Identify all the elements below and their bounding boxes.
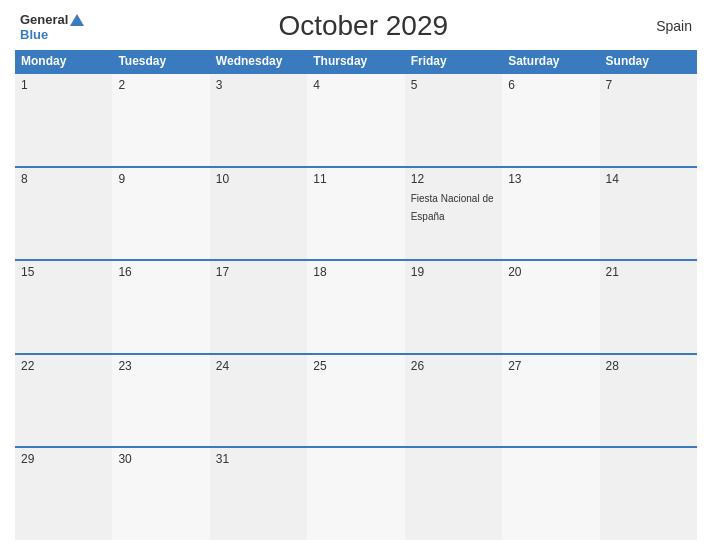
weekday-saturday: Saturday xyxy=(502,50,599,72)
weekday-wednesday: Wednesday xyxy=(210,50,307,72)
cell-oct-5: 5 xyxy=(405,74,502,166)
country-label: Spain xyxy=(642,18,692,34)
header: General Blue October 2029 Spain xyxy=(15,10,697,42)
page: General Blue October 2029 Spain Monday T… xyxy=(0,0,712,550)
event-fiesta: Fiesta Nacional de España xyxy=(411,193,494,222)
cell-oct-19: 19 xyxy=(405,261,502,353)
cell-oct-20: 20 xyxy=(502,261,599,353)
logo-general: General xyxy=(20,10,84,28)
cell-oct-15: 15 xyxy=(15,261,112,353)
calendar: Monday Tuesday Wednesday Thursday Friday… xyxy=(15,50,697,540)
cell-oct-17: 17 xyxy=(210,261,307,353)
weekday-tuesday: Tuesday xyxy=(112,50,209,72)
cell-oct-12: 12 Fiesta Nacional de España xyxy=(405,168,502,260)
cell-oct-2: 2 xyxy=(112,74,209,166)
cell-empty-1 xyxy=(307,448,404,540)
cell-oct-13: 13 xyxy=(502,168,599,260)
cell-oct-9: 9 xyxy=(112,168,209,260)
week-3: 15 16 17 18 19 20 21 xyxy=(15,259,697,353)
cell-oct-18: 18 xyxy=(307,261,404,353)
cell-oct-3: 3 xyxy=(210,74,307,166)
cell-oct-23: 23 xyxy=(112,355,209,447)
cell-oct-1: 1 xyxy=(15,74,112,166)
cell-oct-25: 25 xyxy=(307,355,404,447)
cell-oct-4: 4 xyxy=(307,74,404,166)
cell-oct-29: 29 xyxy=(15,448,112,540)
cell-oct-11: 11 xyxy=(307,168,404,260)
week-2: 8 9 10 11 12 Fiesta Nacional de España 1… xyxy=(15,166,697,260)
calendar-body: 1 2 3 4 5 6 7 8 9 10 11 12 Fiesta Nacion… xyxy=(15,72,697,540)
logo: General Blue xyxy=(20,10,84,42)
cell-oct-8: 8 xyxy=(15,168,112,260)
cell-oct-16: 16 xyxy=(112,261,209,353)
cell-oct-24: 24 xyxy=(210,355,307,447)
cell-oct-28: 28 xyxy=(600,355,697,447)
weekday-thursday: Thursday xyxy=(307,50,404,72)
cell-oct-26: 26 xyxy=(405,355,502,447)
calendar-title: October 2029 xyxy=(84,10,642,42)
week-5: 29 30 31 xyxy=(15,446,697,540)
logo-triangle-icon xyxy=(70,14,84,26)
week-4: 22 23 24 25 26 27 28 xyxy=(15,353,697,447)
week-1: 1 2 3 4 5 6 7 xyxy=(15,72,697,166)
cell-empty-4 xyxy=(600,448,697,540)
cell-oct-22: 22 xyxy=(15,355,112,447)
cell-oct-31: 31 xyxy=(210,448,307,540)
cell-oct-10: 10 xyxy=(210,168,307,260)
calendar-header: Monday Tuesday Wednesday Thursday Friday… xyxy=(15,50,697,72)
cell-oct-30: 30 xyxy=(112,448,209,540)
cell-oct-21: 21 xyxy=(600,261,697,353)
weekday-monday: Monday xyxy=(15,50,112,72)
cell-oct-27: 27 xyxy=(502,355,599,447)
cell-oct-14: 14 xyxy=(600,168,697,260)
weekday-sunday: Sunday xyxy=(600,50,697,72)
cell-oct-7: 7 xyxy=(600,74,697,166)
cell-oct-6: 6 xyxy=(502,74,599,166)
cell-empty-2 xyxy=(405,448,502,540)
weekday-friday: Friday xyxy=(405,50,502,72)
cell-empty-3 xyxy=(502,448,599,540)
logo-blue: Blue xyxy=(20,28,84,42)
